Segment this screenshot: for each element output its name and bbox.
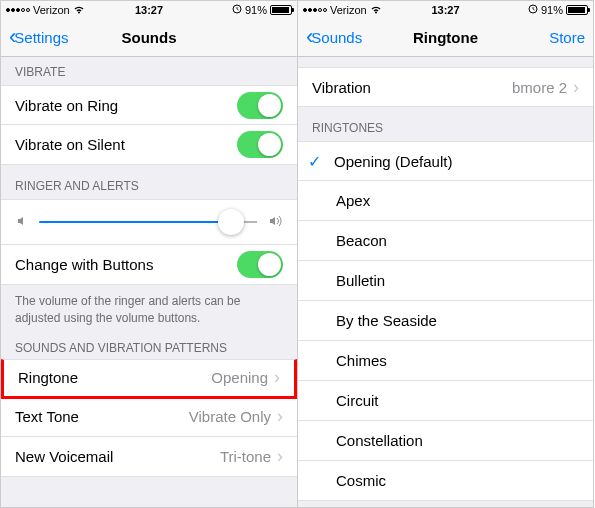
ringtone-item-label: Apex [336, 192, 579, 209]
section-header-ringer: RINGER AND ALERTS [1, 165, 297, 199]
section-header-ringtones: RINGTONES [298, 107, 593, 141]
text-tone-row[interactable]: Text Tone Vibrate Only › [1, 397, 297, 437]
ringtone-item-label: Bulletin [336, 272, 579, 289]
ringtone-item-label: Chimes [336, 352, 579, 369]
nav-bar: ‹ Sounds Ringtone Store [298, 19, 593, 57]
ringtone-item-beacon[interactable]: Beacon [298, 221, 593, 261]
status-bar: Verizon 13:27 91% [1, 1, 297, 19]
carrier-label: Verizon [330, 4, 367, 16]
volume-slider-row [1, 199, 297, 245]
back-label: Settings [14, 29, 68, 46]
speaker-high-icon [267, 214, 283, 231]
new-voicemail-value: Tri-tone [220, 448, 271, 465]
vibrate-on-silent-label: Vibrate on Silent [15, 136, 237, 153]
rotation-lock-icon [528, 4, 538, 16]
chevron-right-icon: › [277, 446, 283, 467]
battery-pct-label: 91% [541, 4, 563, 16]
ringtone-item-label: Cosmic [336, 472, 579, 489]
chevron-right-icon: › [274, 367, 280, 388]
new-voicemail-label: New Voicemail [15, 448, 220, 465]
change-with-buttons-toggle[interactable] [237, 251, 283, 278]
vibrate-on-ring-toggle[interactable] [237, 92, 283, 119]
ringtone-value: Opening [211, 369, 268, 386]
ringtone-label: Ringtone [18, 369, 211, 386]
ringtone-item-bulletin[interactable]: Bulletin [298, 261, 593, 301]
chevron-right-icon: › [277, 406, 283, 427]
clock-label: 13:27 [135, 4, 163, 16]
ringtone-item-opening[interactable]: ✓ Opening (Default) [298, 141, 593, 181]
ringtone-item-circuit[interactable]: Circuit [298, 381, 593, 421]
vibration-row[interactable]: Vibration bmore 2 › [298, 67, 593, 107]
battery-icon [566, 5, 588, 15]
page-title: Ringtone [413, 29, 478, 46]
status-bar: Verizon 13:27 91% [298, 1, 593, 19]
vibrate-on-ring-row[interactable]: Vibrate on Ring [1, 85, 297, 125]
volume-footer-note: The volume of the ringer and alerts can … [1, 285, 297, 335]
wifi-icon [370, 4, 382, 16]
battery-pct-label: 91% [245, 4, 267, 16]
ringtone-item-apex[interactable]: Apex [298, 181, 593, 221]
battery-icon [270, 5, 292, 15]
speaker-low-icon [15, 214, 29, 231]
section-header-patterns: SOUNDS AND VIBRATION PATTERNS [1, 335, 297, 361]
nav-bar: ‹ Settings Sounds [1, 19, 297, 57]
ringtone-item-label: By the Seaside [336, 312, 579, 329]
ringtone-item-label: Opening (Default) [334, 153, 579, 170]
change-with-buttons-label: Change with Buttons [15, 256, 237, 273]
page-title: Sounds [122, 29, 177, 46]
carrier-label: Verizon [33, 4, 70, 16]
change-with-buttons-row[interactable]: Change with Buttons [1, 245, 297, 285]
ringtone-item-constellation[interactable]: Constellation [298, 421, 593, 461]
vibration-label: Vibration [312, 79, 512, 96]
back-button[interactable]: ‹ Sounds [306, 26, 362, 50]
ringtone-item-label: Constellation [336, 432, 579, 449]
ringtone-item-label: Circuit [336, 392, 579, 409]
signal-dots-icon [303, 8, 327, 12]
ringtone-item-chimes[interactable]: Chimes [298, 341, 593, 381]
ringtone-row[interactable]: Ringtone Opening › [1, 359, 297, 399]
ringtone-screen: Verizon 13:27 91% ‹ Sounds Ringtone Stor… [297, 0, 594, 508]
signal-dots-icon [6, 8, 30, 12]
volume-slider[interactable] [39, 221, 257, 223]
text-tone-label: Text Tone [15, 408, 189, 425]
wifi-icon [73, 4, 85, 16]
ringtone-item-cosmic[interactable]: Cosmic [298, 461, 593, 501]
vibrate-on-silent-row[interactable]: Vibrate on Silent [1, 125, 297, 165]
back-label: Sounds [311, 29, 362, 46]
ringtone-item-seaside[interactable]: By the Seaside [298, 301, 593, 341]
new-voicemail-row[interactable]: New Voicemail Tri-tone › [1, 437, 297, 477]
ringtone-item-label: Beacon [336, 232, 579, 249]
chevron-right-icon: › [573, 77, 579, 98]
back-button[interactable]: ‹ Settings [9, 26, 69, 50]
slider-thumb[interactable] [218, 209, 244, 235]
checkmark-icon: ✓ [308, 152, 326, 171]
clock-label: 13:27 [431, 4, 459, 16]
vibrate-on-ring-label: Vibrate on Ring [15, 97, 237, 114]
sounds-screen: Verizon 13:27 91% ‹ Settings Sounds VIBR… [0, 0, 297, 508]
vibrate-on-silent-toggle[interactable] [237, 131, 283, 158]
rotation-lock-icon [232, 4, 242, 16]
vibration-value: bmore 2 [512, 79, 567, 96]
section-header-vibrate: VIBRATE [1, 57, 297, 85]
text-tone-value: Vibrate Only [189, 408, 271, 425]
store-button[interactable]: Store [549, 29, 585, 46]
